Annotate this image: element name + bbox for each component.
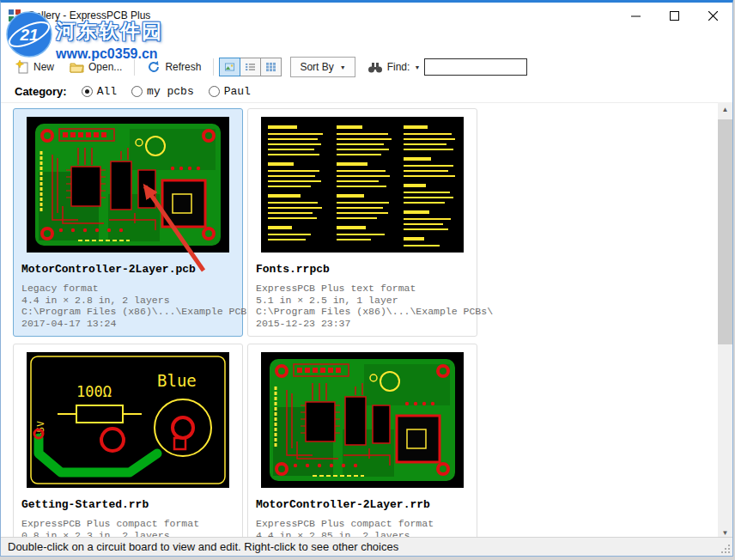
- view-details-button[interactable]: [260, 58, 282, 76]
- getting-started-thumbnail: 100Ω Blue +5V: [27, 352, 229, 488]
- vertical-scrollbar[interactable]: ▲ ▼: [718, 102, 732, 540]
- card-title: Getting-Started.rrb: [21, 498, 242, 511]
- card-format: ExpressPCB Plus compact format: [21, 518, 242, 530]
- card-format: ExpressPCB Plus compact format: [256, 518, 477, 530]
- title-bar[interactable]: Gallery - ExpressPCB Plus: [1, 3, 732, 28]
- list-view-icon: [246, 62, 255, 72]
- new-button-label: New: [33, 61, 54, 73]
- category-radio-my-pcbs[interactable]: my pcbs: [131, 85, 194, 98]
- refresh-icon: [147, 60, 161, 74]
- maximize-button[interactable]: [655, 3, 694, 28]
- gallery-card-getting-started[interactable]: 100Ω Blue +5V Getting-Started.r: [13, 344, 243, 540]
- toolbar: New Open... Refresh: [1, 54, 732, 80]
- radio-icon: [209, 86, 220, 97]
- view-list-button[interactable]: [240, 58, 261, 76]
- radio-label: Paul: [224, 85, 251, 98]
- gallery-panel: MotorController-2Layer.pcb Legacy format…: [1, 102, 720, 540]
- view-thumbnails-button[interactable]: [219, 58, 240, 76]
- gallery-card-motorcontroller-rrb[interactable]: MotorController-2Layer.rrb ExpressPCB Pl…: [247, 344, 477, 540]
- category-label: Category:: [15, 85, 67, 98]
- chevron-down-icon: ▼: [340, 64, 346, 70]
- pcb-thumbnail: [27, 117, 229, 253]
- binoculars-icon: [368, 62, 383, 73]
- maximize-icon: [670, 11, 679, 21]
- gallery-card-fonts[interactable]: Fonts.rrpcb ExpressPCB Plus text format …: [247, 108, 477, 337]
- ribbon-band: [1, 28, 732, 54]
- scrollbar-thumb[interactable]: [718, 119, 732, 344]
- close-icon: [708, 11, 718, 21]
- category-radio-paul[interactable]: Paul: [209, 85, 251, 98]
- card-format: Legacy format: [21, 283, 242, 295]
- card-date: 2015-12-23 23:37: [256, 318, 477, 330]
- toolbar-separator: [213, 58, 214, 76]
- minimize-icon: [631, 11, 641, 21]
- card-date: 2017-04-17 13:24: [21, 318, 242, 330]
- refresh-button-label: Refresh: [165, 61, 201, 73]
- radio-label: All: [97, 85, 117, 98]
- resize-grip[interactable]: [720, 544, 732, 555]
- gallery-window: Gallery - ExpressPCB Plus New: [0, 0, 733, 557]
- card-format: ExpressPCB Plus text format: [256, 283, 477, 295]
- card-title: MotorController-2Layer.rrb: [256, 498, 477, 511]
- new-document-icon: [15, 60, 29, 74]
- window-controls: [617, 3, 732, 28]
- refresh-button[interactable]: Refresh: [139, 56, 209, 78]
- radio-label: my pcbs: [147, 85, 194, 98]
- scroll-up-button[interactable]: ▲: [718, 102, 732, 117]
- window-title: Gallery - ExpressPCB Plus: [27, 9, 150, 21]
- category-radio-all[interactable]: All: [82, 85, 117, 98]
- blue-label: Blue: [157, 371, 197, 390]
- app-icon: [8, 9, 21, 22]
- details-view-icon: [266, 62, 276, 72]
- chevron-down-icon: ▼: [414, 64, 420, 70]
- card-details: Legacy format 4.4 in × 2.8 in, 2 layers …: [21, 283, 242, 329]
- category-row: Category: All my pcbs Paul: [1, 80, 732, 102]
- thumbnail-view-icon: [225, 62, 234, 72]
- find-input[interactable]: [424, 58, 527, 76]
- card-path: C:\Program Files (x86)\...\Example PCBs\: [21, 306, 242, 318]
- radio-icon: [131, 86, 143, 97]
- find-group: Find: ▼: [368, 58, 528, 76]
- gallery-card-motorcontroller-pcb[interactable]: MotorController-2Layer.pcb Legacy format…: [13, 108, 243, 337]
- open-button[interactable]: Open...: [62, 57, 130, 77]
- radio-icon: [82, 86, 93, 97]
- find-label: Find:: [387, 61, 410, 73]
- close-button[interactable]: [694, 3, 732, 28]
- pcb-thumbnail: [261, 352, 464, 488]
- view-mode-group: [220, 58, 282, 76]
- toolbar-separator: [134, 58, 135, 76]
- sort-by-dropdown[interactable]: Sort By ▼: [290, 57, 355, 77]
- open-button-label: Open...: [88, 61, 122, 73]
- sort-by-label: Sort By: [300, 61, 333, 73]
- card-title: Fonts.rrpcb: [256, 263, 477, 276]
- status-text: Double-click on a circuit board to view …: [8, 540, 398, 553]
- status-bar: Double-click on a circuit board to view …: [1, 537, 732, 556]
- minimize-button[interactable]: [617, 3, 655, 28]
- card-details: ExpressPCB Plus text format 5.1 in × 2.5…: [256, 283, 477, 329]
- new-button[interactable]: New: [8, 56, 62, 78]
- resistor-value-label: 100Ω: [76, 383, 112, 400]
- card-path: C:\Program Files (x86)\...\Example PCBs\: [256, 306, 477, 318]
- card-size: 5.1 in × 2.5 in, 1 layer: [256, 295, 477, 307]
- card-title: MotorController-2Layer.pcb: [21, 263, 242, 276]
- open-folder-icon: [70, 61, 84, 73]
- fonts-thumbnail: [261, 117, 464, 253]
- card-size: 4.4 in × 2.8 in, 2 layers: [21, 295, 242, 307]
